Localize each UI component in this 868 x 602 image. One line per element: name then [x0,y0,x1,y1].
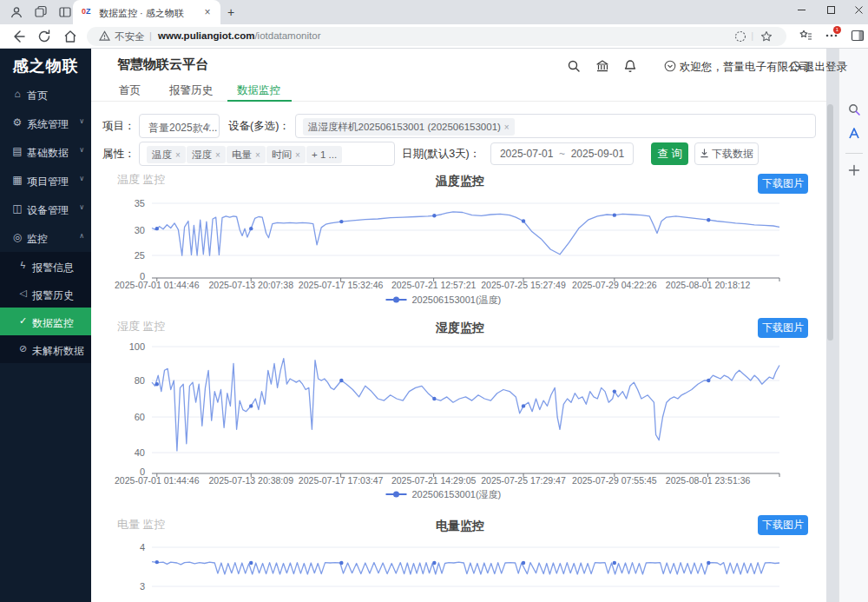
profile-icon[interactable] [9,5,24,19]
app-sidebar: 感之物联 ⌂首页⚙系统管理∨▤基础数据∨▦项目管理∨◫设备管理∨◎监控∧ϟ报警信… [0,49,91,602]
chart-plot-1: 35302502025-07-01 01:44:462025-07-13 20:… [100,198,820,308]
logout-icon [790,61,801,72]
date-range-input[interactable]: 2025-07-01 ~ 2025-09-01 [490,142,634,165]
security-label[interactable]: 不安全 [115,30,145,43]
date-label: 日期(默认3天)： [402,142,480,166]
sidebar-panel-icon[interactable] [851,29,865,43]
window-close-button[interactable] [844,0,868,24]
page-scrollbar[interactable] [827,104,833,341]
svg-text:2025-07-25 17:29:47: 2025-07-25 17:29:47 [481,475,566,486]
bing-search-icon[interactable] [847,103,861,116]
svg-text:202506153001(湿度): 202506153001(湿度) [412,489,502,499]
sidebar-subitem-label: 数据监控 [32,316,74,331]
url-bar[interactable]: 不安全 | www.puliangiot.com/iotdatamonitor … [87,27,786,46]
workspaces-icon[interactable] [33,5,49,19]
attribute-chip-3[interactable]: 电量× [227,146,266,163]
back-icon[interactable] [10,29,26,44]
settings-more-icon[interactable]: 1 [825,29,838,43]
sidebar-item-3[interactable]: ▤基础数据∨ [0,137,91,166]
svg-text:60: 60 [135,412,145,422]
sidebar-subitem-2[interactable]: ◁报警历史 [0,280,91,308]
svg-text:2025-07-17 15:32:46: 2025-07-17 15:32:46 [299,280,384,290]
chevron-down-icon: ∨ [79,175,84,182]
svg-text:202506153001(温度): 202506153001(温度) [412,294,502,305]
chip-remove-icon[interactable]: × [504,122,510,132]
favorite-star-icon[interactable] [760,30,773,43]
download-data-button[interactable]: 下载数据 [694,142,759,165]
reader-icon[interactable] [734,30,746,43]
sidebar-item-label: 设备管理 [27,203,69,218]
download-image-button[interactable]: 下载图片 [758,318,808,338]
chip-remove-icon[interactable]: × [175,150,181,160]
new-tab-button[interactable]: + [227,5,234,19]
logout-button[interactable]: 退出登录 [790,60,847,75]
browser-tab[interactable]: 0Z 数据监控 · 感之物联 × [73,0,220,24]
svg-text:2025-07-29 04:22:26: 2025-07-29 04:22:26 [572,280,657,290]
url-divider: | [149,30,152,41]
notification-bell-icon[interactable] [623,59,637,73]
browser-window: 0Z 数据监控 · 感之物联 × + 不安全 | www.puliangiot.… [0,0,868,602]
device-chip[interactable]: 温湿度样机202506153001 (202506153001)× [303,118,515,136]
chart-plot-3: 43 [100,542,820,602]
download-image-button[interactable]: 下载图片 [758,174,808,194]
download-image-button[interactable]: 下载图片 [758,515,808,535]
home-icon[interactable] [62,29,78,44]
sidebar-item-label: 基础数据 [27,146,69,161]
sidebar-item-5[interactable]: ◫设备管理∨ [0,195,91,223]
device-label: 设备(多选)： [228,114,290,138]
attribute-multiselect[interactable]: 温度×湿度×电量×时间×+ 1 ... [139,142,395,166]
sidebar-item-4[interactable]: ▦项目管理∨ [0,166,91,195]
chip-remove-icon[interactable]: × [295,150,300,160]
sidebar-item-2[interactable]: ⚙系统管理∨ [0,109,91,137]
chip-remove-icon[interactable]: × [255,150,260,160]
unparsed-icon: ⊘ [17,343,29,354]
sidebar-item-6[interactable]: ◎监控∧ [0,223,91,252]
sidebar-item-1[interactable]: ⌂首页 [0,80,91,109]
rail-add-icon[interactable] [847,163,861,177]
tab-actions-icon[interactable] [57,5,73,19]
url-text[interactable]: www.puliangiot.com/iotdatamonitor [158,30,320,41]
grid-icon: ▦ [11,174,23,186]
platform-title: 智慧物联云平台 [117,56,208,73]
sidebar-subitem-4[interactable]: ⊘未解析数据 [0,335,91,363]
attribute-chip-1[interactable]: 温度× [147,146,186,163]
page-tab-2[interactable]: 报警历史 [169,83,213,98]
attribute-more-chip[interactable]: + 1 ... [306,146,342,163]
window-minimize-button[interactable] [786,0,816,24]
app-logo: 感之物联 [0,56,91,76]
edge-sidebar-rail [838,49,868,602]
attribute-chip-4[interactable]: 时间× [266,146,306,163]
device-multiselect[interactable]: 温湿度样机202506153001 (202506153001)× [295,114,816,138]
chevron-down-icon: ▼ [205,122,212,130]
site-favicon: 0Z [82,7,91,16]
tab-close-icon[interactable]: × [201,6,214,18]
chart-plot-2: 10080604002025-07-01 01:44:462025-07-13 … [100,343,820,501]
svg-text:2025-07-13 20:38:09: 2025-07-13 20:38:09 [208,475,293,486]
page-content: 智慧物联云平台 欢迎您，普量电子有限公司 退出登录 首页报警历史数据监控 项目：… [91,49,826,602]
page-tab-1[interactable]: 首页 [119,83,141,98]
refresh-icon[interactable] [36,29,52,44]
project-select[interactable]: 普量2025款4...▼ [139,114,220,138]
chip-remove-icon[interactable]: × [215,150,220,160]
query-button[interactable]: 查 询 [651,142,688,165]
svg-text:2025-07-21 12:57:21: 2025-07-21 12:57:21 [391,280,477,290]
sidebar-item-label: 系统管理 [27,117,69,132]
svg-text:2025-08-01 20:18:12: 2025-08-01 20:18:12 [666,280,751,290]
chart-title: 温度监控 [100,174,820,189]
page-tab-3[interactable]: 数据监控 [237,83,280,98]
sidebar-subitem-3[interactable]: ✓数据监控 [0,308,91,335]
sidebar-subitem-1[interactable]: ϟ报警信息 [0,252,91,280]
gear-icon: ⚙ [11,116,23,129]
attribute-chip-2[interactable]: 湿度× [187,146,226,163]
window-maximize-button[interactable] [816,0,845,24]
not-secure-warning-icon [99,30,110,42]
sidebar-item-label: 监控 [27,232,48,247]
search-icon[interactable] [567,59,581,73]
chevron-down-icon: ∨ [79,203,84,211]
sidebar-app-icon[interactable] [847,127,861,141]
rail-divider [845,153,863,154]
institution-icon[interactable] [595,59,609,73]
welcome-user[interactable]: 欢迎您，普量电子有限公司 [664,60,810,75]
chevron-down-circle-icon [664,60,676,72]
collections-icon[interactable] [799,29,812,43]
